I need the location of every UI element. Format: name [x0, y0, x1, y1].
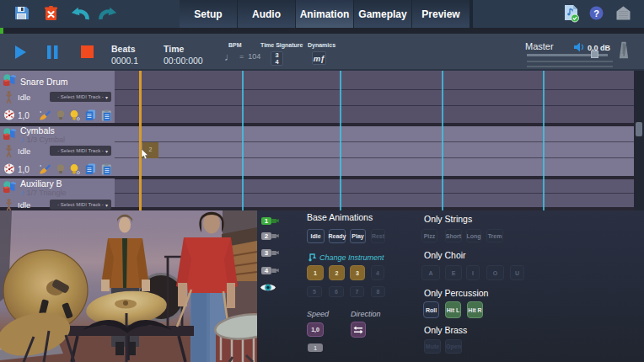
svg-text:?: ?: [593, 8, 599, 19]
